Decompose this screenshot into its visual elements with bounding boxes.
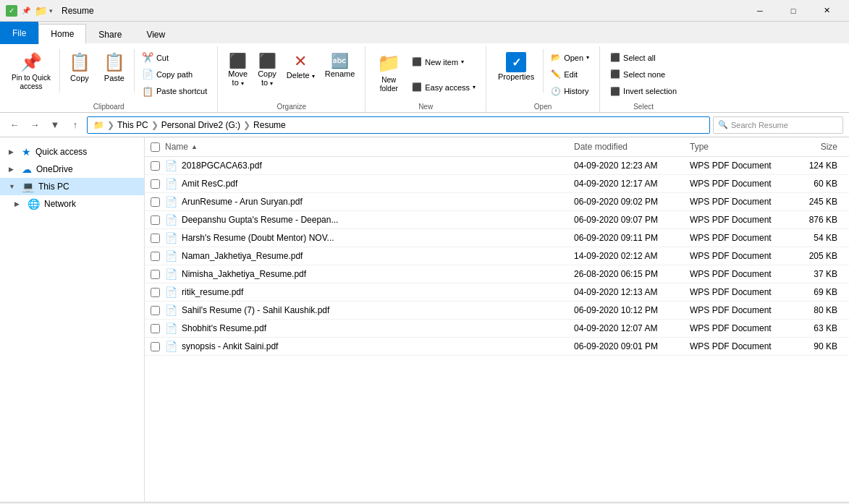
table-row[interactable]: 📄 Deepanshu Gupta's Resume - Deepan... 0… [145, 211, 849, 229]
tab-file[interactable]: File [0, 22, 38, 44]
edit-button[interactable]: ✏️ Edit [546, 68, 594, 80]
file-name: Amit ResC.pdf [182, 179, 568, 189]
address-path[interactable]: 📁 ❯ This PC ❯ Personal Drive2 (G:) ❯ Res… [87, 116, 710, 134]
copy-to-icon: ⬛ [258, 52, 276, 69]
new-stacked: ⬛ New item ▾ ⬛ Easy access ▾ [407, 49, 480, 100]
row-checkbox-10[interactable] [151, 342, 160, 351]
table-row[interactable]: 📄 Shobhit's Resume.pdf 04-09-2020 12:07 … [145, 320, 849, 338]
ribbon-group-clipboard: 📌 Pin to Quickaccess 📋 Copy 📋 Paste ✂️ C… [0, 46, 218, 112]
minimize-button[interactable]: ─ [743, 0, 777, 22]
table-row[interactable]: 📄 synopsis - Ankit Saini.pdf 06-09-2020 … [145, 338, 849, 356]
row-checkbox-8[interactable] [151, 306, 160, 315]
row-checkbox-7[interactable] [151, 288, 160, 297]
new-item-button[interactable]: ⬛ New item ▾ [407, 56, 480, 68]
sidebar-item-this-pc[interactable]: ▼ 💻 This PC [0, 178, 144, 195]
file-type: WPS PDF Document [690, 197, 791, 207]
up-button[interactable]: ↑ [67, 116, 84, 134]
tab-home[interactable]: Home [38, 24, 86, 44]
maximize-button[interactable]: □ [777, 0, 810, 22]
cut-button[interactable]: ✂️ Cut [138, 51, 211, 64]
tab-share[interactable]: Share [86, 25, 134, 44]
easy-access-button[interactable]: ⬛ Easy access ▾ [407, 81, 480, 93]
file-type: WPS PDF Document [690, 287, 791, 297]
row-checkbox-9[interactable] [151, 324, 160, 333]
separator [59, 49, 60, 93]
select-all-button[interactable]: ⬛ Select all [606, 51, 681, 64]
search-box[interactable]: 🔍 Search Resume [713, 116, 843, 134]
table-row[interactable]: 📄 Amit ResC.pdf 04-09-2020 12:17 AM WPS … [145, 175, 849, 193]
row-checkbox-3[interactable] [151, 215, 160, 225]
quick-access-label: Quick access [35, 147, 87, 157]
paste-shortcut-button[interactable]: 📋 Paste shortcut [138, 85, 211, 98]
row-checkbox-1[interactable] [151, 179, 160, 189]
table-row[interactable]: 📄 Nimisha_Jakhetiya_Resume.pdf 26-08-202… [145, 265, 849, 283]
table-row[interactable]: 📄 ArunResume - Arun Suryan.pdf 06-09-202… [145, 193, 849, 211]
copy-path-button[interactable]: 📄 Copy path [138, 67, 211, 81]
network-icon: 🌐 [28, 198, 40, 210]
file-date: 04-09-2020 12:13 AM [574, 287, 690, 297]
recent-locations-button[interactable]: ▼ [46, 116, 64, 134]
clipboard-content: 📌 Pin to Quickaccess 📋 Copy 📋 Paste ✂️ C… [6, 49, 211, 100]
sidebar-item-onedrive[interactable]: ▶ ☁ OneDrive [0, 161, 144, 178]
sidebar: ▶ ★ Quick access ▶ ☁ OneDrive ▼ 💻 This P… [0, 137, 145, 502]
close-button[interactable]: ✕ [810, 0, 843, 22]
copy-button[interactable]: 📋 Copy [63, 49, 96, 85]
table-row[interactable]: 📄 ritik_resume.pdf 04-09-2020 12:13 AM W… [145, 283, 849, 302]
network-label: Network [44, 199, 76, 209]
new-group-label: New [418, 100, 433, 111]
pdf-icon: 📄 [165, 341, 177, 352]
folder-title-icon: 📁 [35, 5, 46, 17]
tab-view[interactable]: View [134, 25, 177, 44]
select-none-button[interactable]: ⬛ Select none [606, 68, 681, 80]
row-checkbox-2[interactable] [151, 197, 160, 207]
move-to-button[interactable]: ⬛ Moveto ▾ [224, 49, 252, 90]
table-row[interactable]: 📄 Sahil's Resume (7) - Sahil Kaushik.pdf… [145, 302, 849, 320]
sidebar-item-quick-access[interactable]: ▶ ★ Quick access [0, 143, 144, 161]
file-type: WPS PDF Document [690, 251, 791, 261]
col-header-size[interactable]: Size [791, 142, 849, 152]
new-item-icon: ⬛ [412, 57, 422, 67]
back-button[interactable]: ← [6, 116, 23, 134]
table-row[interactable]: 📄 Naman_Jakhetiya_Resume.pdf 14-09-2020 … [145, 247, 849, 265]
main-layout: ▶ ★ Quick access ▶ ☁ OneDrive ▼ 💻 This P… [0, 137, 849, 502]
col-header-type[interactable]: Type [690, 142, 791, 152]
title-bar-dropdown[interactable]: ▾ [49, 7, 53, 14]
delete-button[interactable]: ✕ Delete ▾ [282, 49, 319, 82]
file-size: 54 KB [791, 233, 849, 243]
select-group-label: Select [633, 100, 654, 111]
properties-button[interactable]: ✓ Properties [492, 49, 540, 84]
col-header-name[interactable]: Name ▲ [165, 142, 574, 152]
row-checkbox-6[interactable] [151, 270, 160, 279]
open-stacked: 📂 Open ▾ ✏️ Edit 🕐 History [546, 49, 594, 100]
file-name: Sahil's Resume (7) - Sahil Kaushik.pdf [182, 305, 568, 315]
table-row[interactable]: 📄 Harsh's Resume (Doubt Mentor) NOV... 0… [145, 229, 849, 247]
open-group-label: Open [534, 100, 552, 111]
sidebar-item-network[interactable]: ▶ 🌐 Network [0, 195, 144, 213]
row-checkbox-5[interactable] [151, 252, 160, 261]
new-folder-button[interactable]: 📁 Newfolder [371, 49, 406, 96]
row-checkbox-0[interactable] [151, 161, 160, 171]
network-arrow: ▶ [14, 200, 23, 208]
quick-access-checkmark: ✓ [6, 5, 17, 17]
col-header-date[interactable]: Date modified [574, 142, 690, 152]
file-type: WPS PDF Document [690, 269, 791, 279]
rename-button[interactable]: 🔤 Rename [321, 49, 360, 81]
paste-button[interactable]: 📋 Paste [98, 49, 131, 85]
paste-shortcut-label: Paste shortcut [156, 87, 207, 95]
path-arrow-2: ❯ [243, 120, 250, 130]
row-checkbox-4[interactable] [151, 234, 160, 243]
select-all-checkbox[interactable] [151, 142, 160, 152]
history-button[interactable]: 🕐 History [546, 85, 594, 98]
pdf-icon: 📄 [165, 178, 177, 189]
file-name: Harsh's Resume (Doubt Mentor) NOV... [182, 233, 568, 243]
copy-to-button[interactable]: ⬛ Copyto ▾ [253, 49, 281, 90]
table-row[interactable]: 📄 2018PGCACA63.pdf 04-09-2020 12:23 AM W… [145, 157, 849, 175]
invert-selection-button[interactable]: ⬛ Invert selection [606, 85, 681, 98]
open-button[interactable]: 📂 Open ▾ [546, 51, 594, 64]
organize-label: Organize [276, 100, 306, 111]
file-date: 06-09-2020 09:01 PM [574, 341, 690, 351]
pin-to-quick-access-button[interactable]: 📌 Pin to Quickaccess [6, 49, 56, 94]
forward-button[interactable]: → [26, 116, 43, 134]
this-pc-icon: 💻 [22, 181, 34, 192]
file-size: 90 KB [791, 341, 849, 351]
